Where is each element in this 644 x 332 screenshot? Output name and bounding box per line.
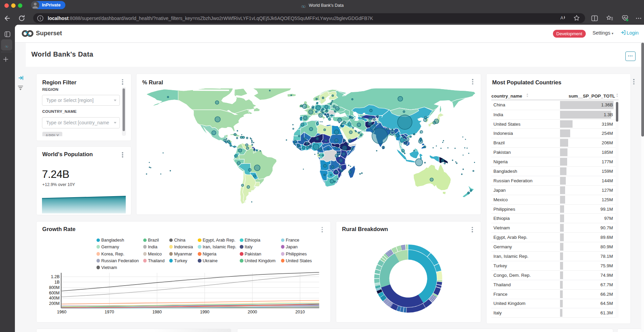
svg-text:800M: 800M <box>49 285 60 290</box>
svg-text:1960: 1960 <box>57 310 66 314</box>
svg-text:1980: 1980 <box>152 310 162 314</box>
svg-text:1970: 1970 <box>105 310 114 314</box>
svg-text:2010: 2010 <box>295 310 305 314</box>
svg-text:1.2B: 1.2B <box>51 274 60 279</box>
svg-text:1990: 1990 <box>200 310 210 314</box>
svg-text:1B: 1B <box>55 280 60 285</box>
svg-text:400M: 400M <box>49 296 60 300</box>
svg-text:A: A <box>560 15 563 20</box>
svg-text:200M: 200M <box>49 301 60 306</box>
svg-text:600M: 600M <box>49 291 60 295</box>
svg-text:2000: 2000 <box>248 310 257 314</box>
